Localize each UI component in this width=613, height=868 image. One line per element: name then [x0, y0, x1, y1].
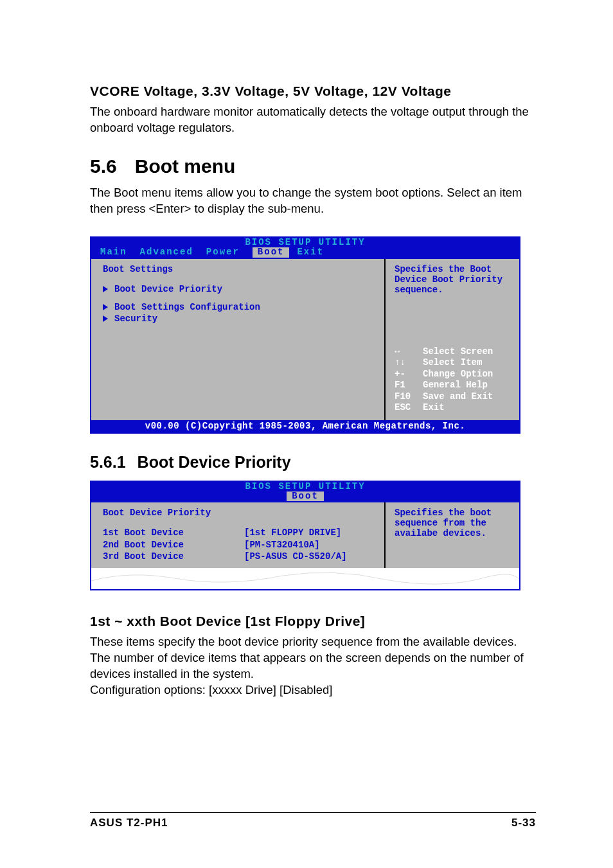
section-title: Boot menu [135, 155, 236, 177]
footer-left: ASUS T2-PH1 [90, 817, 168, 829]
section-title: Boot Device Priority [138, 453, 291, 471]
tab-boot[interactable]: Boot [287, 492, 324, 501]
text-xxth-2: Configuration options: [xxxxx Drive] [Di… [90, 682, 536, 698]
tab-advanced[interactable]: Advanced [140, 247, 206, 257]
page-footer: ASUS T2-PH1 5-33 [90, 812, 536, 829]
bios-section-title: Boot Settings [103, 264, 377, 274]
key-desc: General Help [423, 380, 488, 391]
torn-edge [91, 568, 519, 590]
bios-section-title: Boot Device Priority [103, 508, 377, 518]
menu-boot-settings-config[interactable]: Boot Settings Configuration [103, 301, 377, 313]
bios-key-help: ↔Select Screen ↑↓Select Item +-Change Op… [395, 346, 513, 414]
field-name: 2nd Boot Device [103, 539, 244, 551]
footer-right: 5-33 [511, 817, 536, 829]
field-1st-boot[interactable]: 1st Boot Device [1st FLOPPY DRIVE] [103, 527, 377, 538]
bios-screen-boot-settings: BIOS SETUP UTILITY Main Advanced Power B… [90, 236, 520, 434]
tab-boot[interactable]: Boot [253, 247, 290, 257]
heading-boot-device-priority: 5.6.1Boot Device Priority [90, 453, 536, 472]
key-f10: F10 [395, 391, 423, 403]
text-boot-menu: The Boot menu items allow you to change … [90, 185, 536, 217]
menu-label: Boot Settings Configuration [114, 301, 260, 313]
field-name: 3rd Boot Device [103, 551, 244, 562]
menu-label: Boot Device Priority [114, 283, 222, 295]
field-name: 1st Boot Device [103, 527, 244, 538]
key-desc: Change Option [423, 369, 493, 380]
heading-boot-menu: 5.6Boot menu [90, 155, 536, 177]
triangle-icon [103, 304, 108, 310]
field-value: [1st FLOPPY DRIVE] [244, 527, 341, 538]
bios-screen-boot-priority: BIOS SETUP UTILITY Boot Boot Device Prio… [90, 481, 520, 590]
key-desc: Exit [423, 402, 445, 414]
bios-header: BIOS SETUP UTILITY Main Advanced Power B… [91, 238, 519, 259]
key-esc: ESC [395, 402, 423, 414]
menu-security[interactable]: Security [103, 313, 377, 324]
bios-tabs: Main Advanced Power Boot Exit [91, 247, 519, 258]
field-value: [PM-ST320410A] [244, 539, 320, 551]
triangle-icon [103, 315, 108, 322]
bios-left-pane: Boot Settings Boot Device Priority Boot … [91, 259, 386, 420]
tab-power[interactable]: Power [206, 247, 253, 257]
bios-right-pane: Specifies the Boot Device Boot Priority … [386, 259, 519, 420]
bios-footer: v00.00 (C)Copyright 1985-2003, American … [91, 420, 519, 432]
heading-xxth-boot: 1st ~ xxth Boot Device [1st Floppy Drive… [90, 614, 536, 629]
key-desc: Select Item [423, 357, 482, 369]
key-desc: Save and Exit [423, 391, 493, 403]
key-desc: Select Screen [423, 346, 493, 358]
bios-title: BIOS SETUP UTILITY [91, 238, 519, 247]
bios-tabs: Boot [91, 492, 519, 502]
field-2nd-boot[interactable]: 2nd Boot Device [PM-ST320410A] [103, 539, 377, 551]
triangle-icon [103, 286, 108, 292]
text-vcore: The onboard hardware monitor automatical… [90, 104, 536, 136]
tab-main[interactable]: Main [100, 247, 140, 257]
section-number: 5.6.1 [90, 453, 126, 471]
heading-vcore: VCORE Voltage, 3.3V Voltage, 5V Voltage,… [90, 84, 536, 99]
key-arrows-ud: ↑↓ [395, 357, 423, 369]
bios-header: BIOS SETUP UTILITY Boot [91, 482, 519, 503]
menu-label: Security [114, 313, 157, 324]
text-xxth-1: These items specify the boot device prio… [90, 634, 536, 682]
field-3rd-boot[interactable]: 3rd Boot Device [PS-ASUS CD-S520/A] [103, 551, 377, 562]
key-plusminus: +- [395, 369, 423, 380]
menu-boot-device-priority[interactable]: Boot Device Priority [103, 283, 377, 295]
bios-help-text: Specifies the Boot Device Boot Priority … [395, 264, 513, 295]
field-value: [PS-ASUS CD-S520/A] [244, 551, 347, 562]
key-f1: F1 [395, 380, 423, 391]
key-arrows-lr: ↔ [395, 346, 423, 358]
tab-exit[interactable]: Exit [297, 247, 337, 257]
section-number: 5.6 [90, 155, 117, 177]
bios-help-text: Specifies the boot sequence from the ava… [395, 508, 513, 538]
bios-title: BIOS SETUP UTILITY [91, 482, 519, 492]
